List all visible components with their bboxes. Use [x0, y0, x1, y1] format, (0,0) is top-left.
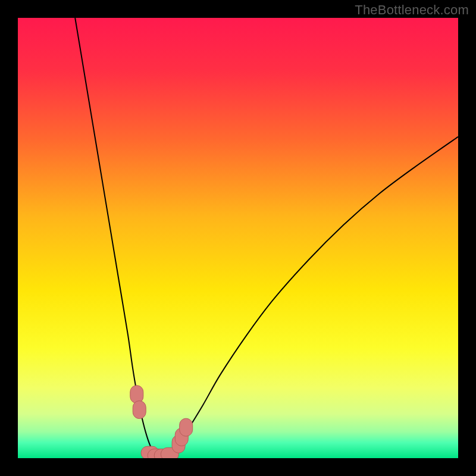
gradient-background	[18, 18, 458, 458]
chart-svg	[18, 18, 458, 458]
curve-marker	[180, 418, 193, 436]
curve-marker	[130, 386, 143, 403]
curve-marker	[133, 401, 146, 419]
watermark-text: TheBottleneck.com	[355, 2, 469, 18]
chart-frame: TheBottleneck.com	[0, 0, 476, 476]
plot-area	[18, 18, 458, 458]
